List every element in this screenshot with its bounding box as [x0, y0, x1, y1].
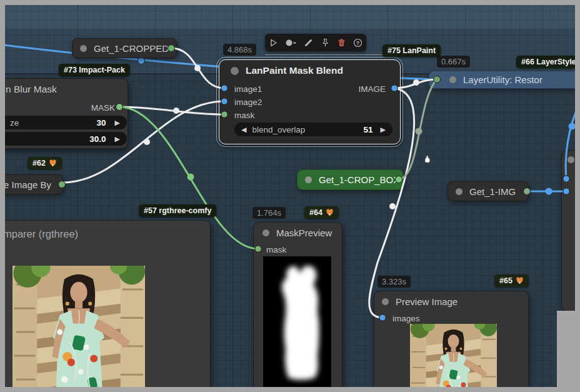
collapse-dot-icon[interactable]: [80, 45, 87, 52]
collapse-dot-icon[interactable]: [262, 229, 269, 236]
timing-mask-preview: 1.764s: [252, 207, 286, 219]
fox-icon: [326, 209, 334, 216]
bypass-icon[interactable]: [304, 38, 313, 48]
node-title: Get_1-CROPPED: [94, 43, 169, 54]
comparer-image-preview[interactable]: [12, 266, 145, 387]
widget-label: ze: [10, 118, 19, 128]
input-label-images: images: [392, 314, 420, 323]
node-toolbar[interactable]: ?: [265, 34, 366, 51]
badge-rgthree: #57 rgthree-comfy: [139, 204, 216, 217]
node-title: LayerUtility: Restor: [463, 74, 542, 85]
node-title: mparer (rgthree): [3, 228, 78, 240]
badge-label: #73 Impact-Pack: [64, 66, 125, 74]
help-icon[interactable]: ?: [353, 38, 362, 48]
fox-icon: [49, 159, 57, 167]
node-get-crop-box[interactable]: Get_1-CROP_BOX: [297, 169, 404, 190]
delete-node-icon[interactable]: [337, 38, 346, 48]
svg-text:?: ?: [356, 39, 360, 46]
node-title-row: Preview Image: [382, 296, 458, 307]
badge-layerstyle: #66 LayerStyle: [516, 56, 580, 68]
widget-value[interactable]: 30.0: [89, 134, 106, 144]
badge-label: #64: [309, 208, 322, 217]
badge-label: #65: [499, 276, 512, 285]
collapse-dot-icon[interactable]: [305, 176, 312, 183]
window-frame-left: [0, 0, 5, 392]
window-frame-bottom: [0, 387, 580, 392]
preview-image-thumbnail[interactable]: [410, 324, 497, 387]
widget-value[interactable]: 30: [97, 118, 106, 128]
node-lanpaint-mask-blend[interactable]: LanPaint Mask Blend image1 image2 mask I…: [219, 59, 401, 144]
pin-icon[interactable]: [321, 38, 330, 48]
step-right-icon[interactable]: ▶: [115, 119, 120, 127]
color-circle-icon[interactable]: [285, 38, 297, 48]
output-label-mask: MASK: [91, 103, 115, 113]
output-label-image: IMAGE: [358, 84, 386, 94]
node-get-cropped[interactable]: Get_1-CROPPED: [72, 38, 177, 58]
window-frame-top: [0, 0, 580, 5]
step-left-icon[interactable]: ◀: [241, 126, 246, 134]
input-label-mask: mask: [234, 111, 254, 120]
fox-icon: [516, 277, 524, 284]
badge-label: #62: [32, 159, 46, 168]
timing-underline: [265, 54, 382, 55]
node-title-row: LanPaint Mask Blend: [231, 65, 343, 76]
badge-label: #66 LayerStyle: [521, 58, 576, 66]
node-layerutility-restore[interactable]: LayerUtility: Restor: [429, 71, 580, 89]
collapse-dot-icon[interactable]: [456, 188, 462, 195]
badge-lanpaint: #75 LanPaint: [382, 44, 441, 57]
node-title: LanPaint Mask Blend: [246, 65, 343, 76]
node-blur-mask[interactable]: n Blur Mask MASK ze 30 ▶ 30.0 ▶: [0, 78, 128, 149]
mask-image-preview[interactable]: [263, 256, 331, 387]
collapse-dot-icon[interactable]: [449, 76, 456, 83]
timing-preview-image: 3.323s: [378, 276, 411, 288]
badge-62: #62: [28, 157, 62, 169]
timing-lanpaint: 4.868s: [223, 44, 256, 56]
node-title: Preview Image: [396, 296, 458, 307]
input-label-image2: image2: [234, 98, 262, 107]
timing-layer-restore: 0.667s: [437, 56, 470, 68]
node-title: MaskPreview: [276, 228, 332, 238]
node-title: Get_1-IMG: [469, 186, 516, 197]
node-title: Get_1-CROP_BOX: [319, 174, 399, 185]
widget-size[interactable]: ze 30 ▶: [0, 116, 127, 129]
badge-64: #64: [304, 206, 339, 219]
node-title: n Blur Mask: [6, 84, 57, 95]
input-label-mask: mask: [266, 245, 286, 254]
collapse-dot-icon[interactable]: [231, 67, 239, 75]
comfyui-canvas[interactable]: Get_1-CROPPED n Blur Mask MASK ze 30 ▶ 3…: [0, 0, 580, 392]
node-title: le Image By: [2, 179, 51, 190]
node-get-img[interactable]: Get_1-IMG: [448, 181, 529, 201]
badge-label: #75 LanPaint: [388, 46, 436, 55]
badge-65: #65: [494, 274, 529, 287]
run-node-icon[interactable]: [269, 38, 278, 48]
widget-value[interactable]: 51: [364, 125, 373, 134]
mouse-cursor: [422, 154, 432, 164]
collapse-dot-icon[interactable]: [568, 156, 574, 163]
widget-blend-overlap[interactable]: ◀ blend_overlap 51 ▶: [234, 123, 392, 136]
widget-sigma[interactable]: 30.0 ▶: [0, 132, 127, 146]
input-label-image1: image1: [234, 84, 262, 94]
node-title-row: MaskPreview: [262, 228, 332, 238]
badge-label: #57 rgthree-comfy: [144, 206, 211, 215]
step-right-icon[interactable]: ▶: [115, 135, 120, 143]
badge-impact-pack: #73 Impact-Pack: [59, 64, 130, 76]
collapse-dot-icon[interactable]: [382, 298, 389, 305]
window-frame-corner-block: [557, 311, 580, 392]
step-right-icon[interactable]: ▶: [381, 126, 386, 134]
widget-label: blend_overlap: [252, 125, 305, 134]
node-scale-image-by[interactable]: le Image By: [0, 174, 63, 194]
